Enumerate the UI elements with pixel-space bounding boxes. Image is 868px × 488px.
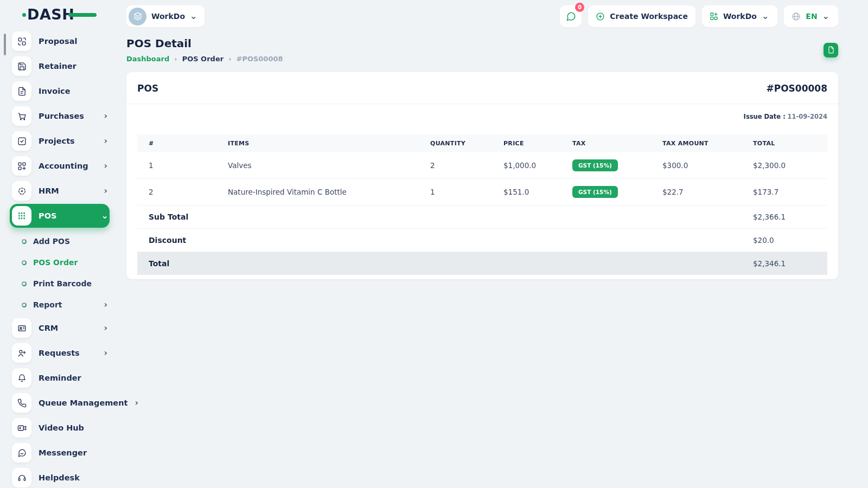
bullet-icon — [22, 303, 27, 307]
sidebar-subitem-label: Print Barcode — [33, 279, 108, 288]
bullet-icon — [22, 260, 27, 265]
plus-circle-icon — [596, 12, 605, 21]
grid-icon — [710, 12, 718, 21]
col-header-quantity: QUANTITY — [425, 134, 498, 152]
requests-icon — [12, 343, 31, 363]
create-workspace-button[interactable]: Create Workspace — [588, 5, 695, 27]
col-header-num: # — [137, 134, 222, 152]
crm-icon — [12, 318, 31, 338]
sidebar-item-label: HRM — [39, 187, 97, 195]
breadcrumb-pos-order[interactable]: POS Order — [182, 55, 224, 63]
sidebar-menu: Proposal Retainer Invoice Purchases › — [12, 30, 108, 488]
pos-items-table: # ITEMS QUANTITY PRICE TAX TAX AMOUNT TO… — [137, 134, 827, 275]
cell-item: Nature-Inspired Vitamin C Bottle — [222, 179, 425, 206]
invoice-icon — [12, 81, 31, 101]
topbar-actions: 0 Create Workspace WorkDo ⌄ EN ⌄ — [560, 5, 838, 27]
sidebar-scrollbar[interactable] — [4, 34, 6, 55]
sidebar-item-add-pos[interactable]: Add POS — [18, 232, 108, 251]
table-row: 1 Valves 2 $1,000.0 GST (15%) $300.0 $2,… — [137, 152, 827, 179]
sidebar-item-projects[interactable]: Projects › — [12, 130, 108, 152]
subtotal-value: $2,366.1 — [748, 206, 827, 229]
breadcrumb-dashboard[interactable]: Dashboard — [126, 55, 169, 63]
export-document-button[interactable] — [824, 43, 838, 57]
sidebar-item-invoice[interactable]: Invoice — [12, 80, 108, 102]
queue-icon — [12, 393, 31, 413]
cell-tax-amount: $22.7 — [657, 179, 748, 206]
sidebar-item-retainer[interactable]: Retainer — [12, 55, 108, 77]
cell-num: 2 — [137, 179, 222, 206]
sidebar-item-report[interactable]: Report › — [18, 296, 108, 314]
workspace-selector[interactable]: WorkDo ⌄ — [126, 5, 205, 27]
sidebar-item-pos[interactable]: POS ⌄ — [10, 204, 110, 228]
globe-icon — [792, 12, 801, 21]
col-header-price: PRICE — [498, 134, 567, 152]
sidebar-item-helpdesk[interactable]: Helpdesk — [12, 467, 108, 488]
messages-count-badge: 0 — [575, 3, 584, 12]
sidebar-item-label: Projects — [39, 137, 97, 145]
main-area: WorkDo ⌄ 0 Create Workspace WorkDo ⌄ EN … — [114, 0, 868, 279]
sidebar-item-label: Requests — [39, 349, 97, 357]
pos-submenu: Add POS POS Order Print Barcode Report › — [12, 232, 108, 314]
sidebar-item-hrm[interactable]: HRM › — [12, 180, 108, 202]
sidebar-item-crm[interactable]: CRM › — [12, 317, 108, 339]
cell-tax: GST (15%) — [567, 179, 657, 206]
chevron-right-icon: › — [104, 324, 107, 332]
logo-text: DASH — [27, 6, 74, 23]
sidebar-item-pos-order[interactable]: POS Order — [18, 253, 108, 272]
cell-price: $1,000.0 — [498, 152, 567, 179]
sidebar-item-label: Retainer — [39, 62, 108, 70]
sidebar-item-label: Accounting — [39, 162, 97, 170]
chevron-down-icon: ⌄ — [101, 211, 108, 220]
sidebar-item-proposal[interactable]: Proposal — [12, 30, 108, 52]
language-selector[interactable]: EN ⌄ — [784, 5, 838, 27]
app-logo[interactable]: DASH — [27, 0, 87, 28]
card-header: POS #POS00008 — [137, 83, 827, 94]
breadcrumb: Dashboard › POS Order › #POS00008 — [126, 55, 283, 63]
chevron-down-icon: ⌄ — [822, 12, 829, 21]
helpdesk-icon — [12, 468, 31, 487]
sidebar-item-requests[interactable]: Requests › — [12, 342, 108, 364]
sidebar-item-label: Helpdesk — [39, 473, 108, 482]
messages-button[interactable]: 0 — [560, 5, 582, 27]
chevron-right-icon: › — [104, 187, 107, 195]
workspace-menu-button[interactable]: WorkDo ⌄ — [702, 5, 777, 27]
cell-item: Valves — [222, 152, 425, 179]
sidebar-item-label: Messenger — [39, 448, 108, 457]
bullet-icon — [22, 281, 27, 286]
chat-icon — [566, 11, 576, 22]
sidebar-subitem-label: POS Order — [33, 258, 108, 267]
projects-icon — [12, 131, 31, 151]
sidebar-item-label: Reminder — [39, 374, 108, 382]
card-title: POS — [137, 83, 158, 94]
reminder-icon — [12, 368, 31, 388]
cell-total: $173.7 — [748, 179, 827, 206]
total-label: Total — [137, 252, 748, 275]
sidebar-item-accounting[interactable]: Accounting › — [12, 155, 108, 177]
sidebar-item-messenger[interactable]: Messenger — [12, 442, 108, 464]
page-title: POS Detail — [126, 37, 283, 50]
col-header-total: TOTAL — [748, 134, 827, 152]
bullet-icon — [22, 239, 27, 244]
cell-tax: GST (15%) — [567, 152, 657, 179]
col-header-tax-amount: TAX AMOUNT — [657, 134, 748, 152]
pos-icon — [12, 206, 31, 226]
sidebar-item-label: Queue Management — [39, 399, 127, 407]
issue-date-row: Issue Date : 11-09-2024 — [137, 113, 827, 120]
video-icon — [12, 418, 31, 438]
breadcrumb-current: #POS00008 — [236, 55, 283, 63]
cell-quantity: 2 — [425, 152, 498, 179]
subtotal-row: Sub Total $2,366.1 — [137, 206, 827, 229]
sidebar-subitem-label: Report — [33, 300, 97, 309]
sidebar-item-reminder[interactable]: Reminder — [12, 367, 108, 389]
chevron-right-icon: › — [135, 399, 138, 407]
tax-badge: GST (15%) — [572, 159, 618, 171]
hrm-icon — [12, 181, 31, 201]
sidebar-item-purchases[interactable]: Purchases › — [12, 105, 108, 127]
sidebar-item-queue-management[interactable]: Queue Management › — [12, 392, 108, 414]
col-header-items: ITEMS — [222, 134, 425, 152]
sidebar-item-video-hub[interactable]: Video Hub — [12, 417, 108, 439]
sidebar-item-print-barcode[interactable]: Print Barcode — [18, 274, 108, 293]
sidebar-item-label: CRM — [39, 324, 97, 332]
sidebar-subitem-label: Add POS — [33, 237, 108, 246]
cell-num: 1 — [137, 152, 222, 179]
